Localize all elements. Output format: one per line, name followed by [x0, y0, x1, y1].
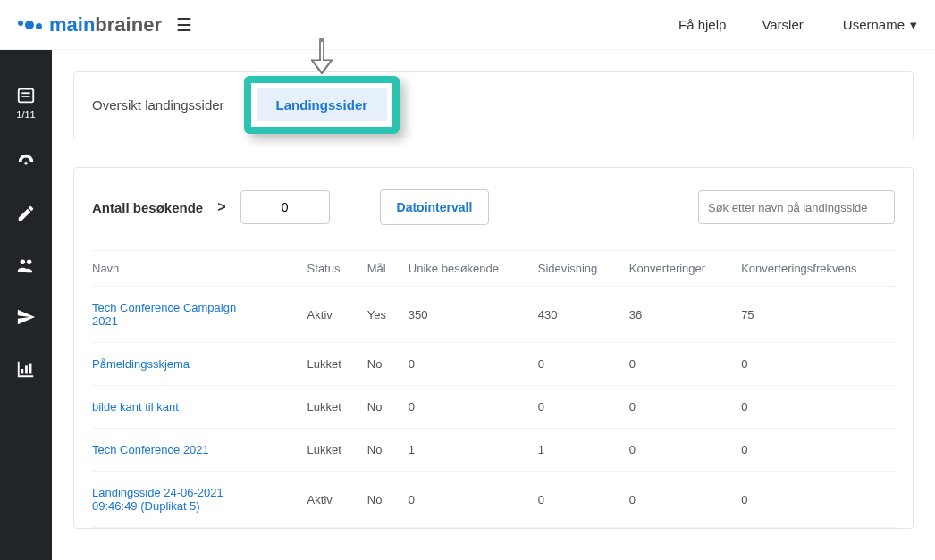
cell-status: Aktiv [300, 287, 360, 343]
table-row: Landingsside 24-06-2021 09:46:49 (Duplik… [92, 472, 895, 528]
col-goal[interactable]: Mål [360, 251, 401, 287]
cell-pageviews: 0 [531, 343, 622, 386]
greater-than-label: > [217, 199, 225, 215]
col-pageviews[interactable]: Sidevisning [531, 251, 622, 287]
menu-icon[interactable]: ☰ [176, 14, 192, 36]
landing-page-link[interactable]: bilde kant til kant [92, 400, 179, 414]
cell-pageviews: 0 [531, 472, 622, 528]
landing-page-link[interactable]: Landingsside 24-06-2021 09:46:49 (Duplik… [92, 486, 253, 513]
col-name[interactable]: Navn [92, 251, 300, 287]
logo-text-main: main [49, 13, 95, 36]
cell-goal: No [360, 386, 401, 429]
chevron-down-icon: ▾ [910, 17, 917, 33]
cell-convrate: 0 [734, 386, 895, 429]
cell-convrate: 0 [734, 343, 895, 386]
svg-point-4 [21, 260, 25, 265]
cell-unique: 0 [401, 386, 531, 429]
col-convrate[interactable]: Konverteringsfrekvens [734, 251, 895, 287]
top-bar: mainbrainer ☰ Få hjelp Varsler Username … [0, 0, 935, 50]
tab-landing-pages[interactable]: Landingssider [257, 88, 388, 121]
cell-goal: No [360, 343, 401, 386]
cell-goal: Yes [360, 287, 401, 343]
cell-unique: 0 [401, 343, 531, 386]
svg-rect-8 [29, 364, 32, 374]
col-conversions[interactable]: Konverteringer [622, 251, 734, 287]
cell-conversions: 0 [622, 472, 734, 528]
sidebar-item-send[interactable] [0, 307, 52, 327]
cell-pageviews: 1 [531, 429, 622, 472]
sidebar-item-steps[interactable]: 1/11 [0, 86, 52, 120]
help-link[interactable]: Få hjelp [678, 17, 726, 32]
landing-page-link[interactable]: Tech Conference 2021 [92, 443, 209, 456]
results-card: Antall besøkende > Datointervall Navn St… [73, 167, 914, 529]
cell-status: Lukket [300, 386, 360, 429]
sidebar-item-insights[interactable] [0, 359, 52, 379]
sidebar-item-dashboard[interactable] [0, 152, 52, 171]
table-row: PåmeldingsskjemaLukketNo0000 [92, 343, 895, 386]
svg-rect-7 [25, 365, 28, 373]
cell-status: Aktiv [300, 472, 360, 528]
cell-convrate: 0 [734, 472, 895, 528]
filter-bar: Antall besøkende > Datointervall [92, 189, 895, 225]
cell-conversions: 36 [622, 287, 734, 343]
svg-point-5 [27, 260, 31, 265]
col-unique[interactable]: Unike besøkende [401, 251, 531, 287]
svg-rect-6 [21, 369, 24, 374]
landing-page-link[interactable]: Tech Conference Campaign 2021 [92, 301, 253, 328]
cell-pageviews: 430 [531, 287, 622, 343]
table-header-row: Navn Status Mål Unike besøkende Sidevisn… [92, 251, 895, 287]
cell-status: Lukket [300, 343, 360, 386]
visitors-filter-label: Antall besøkende [92, 200, 203, 215]
cell-convrate: 0 [734, 429, 895, 472]
date-range-button[interactable]: Datointervall [380, 189, 490, 225]
visitors-input[interactable] [240, 190, 330, 224]
main-content: Oversikt landingssider Landingssider Ant… [52, 50, 935, 560]
cell-status: Lukket [300, 429, 360, 472]
svg-point-3 [24, 162, 28, 165]
col-status[interactable]: Status [300, 251, 360, 287]
cell-convrate: 75 [734, 287, 895, 343]
tabs-card: Oversikt landingssider Landingssider [73, 71, 914, 138]
logo[interactable]: mainbrainer [18, 13, 162, 37]
tutorial-arrow-icon [304, 37, 340, 83]
cell-goal: No [360, 472, 401, 528]
cell-unique: 1 [401, 429, 531, 472]
pencil-icon [16, 204, 36, 223]
cell-unique: 0 [401, 472, 531, 528]
dashboard-icon [16, 152, 36, 171]
cell-unique: 350 [401, 287, 531, 343]
users-icon [16, 255, 36, 275]
tab-overview[interactable]: Oversikt landingssider [92, 97, 224, 113]
cell-conversions: 0 [622, 343, 734, 386]
paper-plane-icon [16, 307, 36, 327]
table-row: bilde kant til kantLukketNo0000 [92, 386, 895, 429]
landing-pages-table: Navn Status Mål Unike besøkende Sidevisn… [92, 250, 895, 528]
search-input[interactable] [698, 190, 895, 224]
logo-text-brainer: brainer [95, 13, 162, 36]
steps-icon [16, 86, 36, 105]
chart-icon [16, 359, 36, 379]
cell-conversions: 0 [622, 386, 734, 429]
user-menu[interactable]: Username ▾ [843, 17, 917, 33]
cell-pageviews: 0 [531, 386, 622, 429]
username-label: Username [843, 17, 905, 32]
sidebar-item-edit[interactable] [0, 204, 52, 223]
alerts-link[interactable]: Varsler [762, 17, 803, 32]
sidebar: 1/11 [0, 50, 52, 560]
cell-goal: No [360, 429, 401, 472]
sidebar-item-users[interactable] [0, 255, 52, 275]
logo-dots-icon [18, 21, 42, 29]
table-row: Tech Conference Campaign 2021AktivYes350… [92, 287, 895, 343]
table-row: Tech Conference 2021LukketNo1100 [92, 429, 895, 472]
landing-page-link[interactable]: Påmeldingsskjema [92, 357, 190, 371]
sidebar-step-label: 1/11 [16, 109, 35, 120]
cell-conversions: 0 [622, 429, 734, 472]
